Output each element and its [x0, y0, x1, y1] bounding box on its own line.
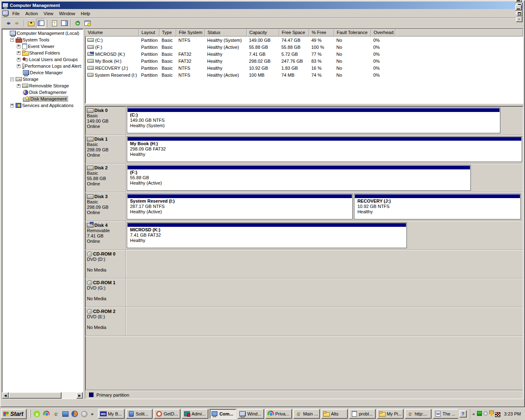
- window-settings-button[interactable]: [83, 19, 92, 28]
- show-action-pane-button[interactable]: [59, 19, 69, 28]
- partition-microsd-k[interactable]: MICROSD (K:)7.41 GB FAT32Healthy: [127, 222, 407, 248]
- disk-label[interactable]: Disk 0Basic149.00 GBOnline: [85, 106, 126, 135]
- tree-expand-toggle[interactable]: +: [17, 58, 21, 62]
- start-button[interactable]: Start: [1, 409, 27, 419]
- disk-label[interactable]: CD-ROM 0DVD (D:)No Media: [85, 250, 126, 278]
- disk-label[interactable]: CD-ROM 2DVD (E:)No Media: [85, 307, 126, 336]
- tree-item-disk-defragmenter[interactable]: Disk Defragmenter: [3, 89, 83, 96]
- disk-label[interactable]: Disk 3Basic298.09 GBOnline: [85, 192, 126, 221]
- taskbar-button-admi[interactable]: Admi...: [182, 409, 208, 419]
- taskbar-button-solit[interactable]: Solit...: [126, 409, 153, 419]
- tree-item-shared-folders[interactable]: +Shared Folders: [3, 50, 83, 56]
- tray-chevron-icon[interactable]: «: [472, 411, 475, 416]
- menu-help[interactable]: Help: [78, 10, 93, 17]
- forward-button[interactable]: [13, 19, 22, 28]
- disk-label[interactable]: Disk 1Basic298.09 GBOnline: [85, 135, 126, 163]
- taskbar-button-wind[interactable]: Wind...: [237, 409, 264, 419]
- tree-item-local-users-and-groups[interactable]: +Local Users and Groups: [3, 56, 83, 63]
- taskbar-button-my-pi[interactable]: My Pi...: [377, 409, 404, 419]
- show-hide-console-tree-button[interactable]: [36, 19, 46, 28]
- scrollbar-thumb[interactable]: [9, 392, 62, 399]
- toolbar-grip[interactable]: [30, 410, 31, 418]
- taskbar-button-main[interactable]: eMain ...: [293, 409, 320, 419]
- tree-item-computer-management-local[interactable]: Computer Management (Local): [3, 30, 83, 37]
- mdi-minimize-button[interactable]: [515, 5, 522, 11]
- menu-view[interactable]: View: [41, 10, 56, 17]
- disk-label[interactable]: CD-ROM 1DVD (G:)No Media: [85, 278, 126, 307]
- up-one-level-button[interactable]: [26, 19, 36, 28]
- back-button[interactable]: [3, 19, 12, 28]
- tree-item-removable-storage[interactable]: +Removable Storage: [3, 82, 83, 89]
- column-header-volume[interactable]: Volume: [85, 29, 139, 37]
- column-header-capacity[interactable]: Capacity: [247, 29, 279, 37]
- tree-expand-toggle[interactable]: +: [17, 45, 21, 48]
- chrome-quicklaunch-button[interactable]: [42, 410, 51, 418]
- column-header--free[interactable]: % Free: [309, 29, 334, 37]
- tree-item-disk-management[interactable]: Disk Management: [3, 96, 83, 102]
- tray-shield-icon[interactable]: [489, 411, 494, 416]
- refresh-button[interactable]: [73, 19, 82, 28]
- help-tray-button[interactable]: ?: [459, 410, 467, 418]
- partition-f[interactable]: (F:)55.88 GBHealthy (Active): [127, 165, 471, 191]
- disk-label[interactable]: Disk 4Removable7.41 GBOnline: [85, 221, 126, 249]
- tray-green-icon[interactable]: [477, 411, 482, 416]
- disk-label[interactable]: Disk 2Basic55.88 GBOnline: [85, 164, 126, 192]
- tree-expand-toggle[interactable]: +: [17, 51, 21, 55]
- tray-flag-icon[interactable]: V: [495, 412, 500, 417]
- utorrent-quicklaunch-button[interactable]: µ: [33, 410, 41, 418]
- taskbar-button-getd[interactable]: GetD...: [154, 409, 180, 419]
- taskbar-button-com[interactable]: Com...: [210, 409, 236, 419]
- globe-gray-quicklaunch-button[interactable]: [80, 410, 89, 418]
- mdi-restore-button[interactable]: [516, 11, 523, 16]
- partition-recovery-j[interactable]: RECOVERY (J:)10.92 GB NTFSHealthy: [354, 194, 521, 219]
- tree-item-services-and-applications[interactable]: +Services and Applications: [3, 102, 83, 109]
- column-header-file-system[interactable]: File System: [176, 29, 205, 37]
- volume-row[interactable]: MICROSD (K:)PartitionBasicFAT32Healthy7.…: [85, 50, 523, 57]
- menu-file[interactable]: File: [9, 10, 23, 17]
- scroll-right-button[interactable]: ▶: [76, 392, 83, 399]
- menu-window[interactable]: Window: [56, 10, 78, 17]
- volume-row[interactable]: System Reserved (I:)PartitionBasicNTFSHe…: [85, 71, 523, 78]
- tree-expand-toggle[interactable]: +: [10, 104, 14, 107]
- column-header-free-space[interactable]: Free Space: [279, 29, 309, 37]
- tree-horizontal-scrollbar[interactable]: ◀ ▶: [2, 392, 83, 399]
- firefox-quicklaunch-button[interactable]: [71, 410, 79, 418]
- taskbar-button-priva[interactable]: Priva...: [265, 409, 292, 419]
- tree-expand-toggle[interactable]: -: [10, 38, 14, 42]
- taskbar-button-probl[interactable]: probl...: [349, 409, 376, 419]
- menu-action[interactable]: Action: [23, 10, 41, 17]
- volume-row[interactable]: (F:)PartitionBasicHealthy (Active)55.88 …: [85, 43, 523, 50]
- partition-c[interactable]: (C:)149.00 GB NTFSHealthy (System): [127, 107, 500, 133]
- partition-system-reserved-i[interactable]: System Reserved (I:)287.17 GB NTFSHealth…: [127, 194, 353, 219]
- taskbar-button-http[interactable]: ehttp:...: [405, 409, 431, 419]
- volume-row[interactable]: RECOVERY (J:)PartitionBasicNTFSHealthy10…: [85, 64, 523, 71]
- properties-button[interactable]: ?: [50, 19, 59, 28]
- tree-item-event-viewer[interactable]: +Event Viewer: [3, 43, 83, 50]
- mdi-close-button[interactable]: ×: [516, 16, 523, 22]
- column-header-layout[interactable]: Layout: [139, 29, 160, 37]
- taskbar-button-my-b[interactable]: WDMy B...: [98, 409, 125, 419]
- quick-launch-overflow-chevron[interactable]: »: [89, 410, 95, 418]
- partition-my-book-h[interactable]: My Book (H:)298.09 GB FAT32Healthy: [127, 136, 522, 162]
- tree-item-system-tools[interactable]: -System Tools: [3, 37, 83, 43]
- column-header-status[interactable]: Status: [205, 29, 247, 37]
- clock[interactable]: 3:23 PM: [502, 411, 521, 416]
- internet-explorer-quicklaunch-button[interactable]: e: [52, 410, 60, 418]
- tree-item-storage[interactable]: -Storage: [3, 76, 83, 82]
- volume-row[interactable]: My Book (H:)PartitionBasicFAT32Healthy29…: [85, 57, 523, 64]
- tree-item-device-manager[interactable]: Device Manager: [3, 69, 83, 76]
- taskbar-button-alts[interactable]: Alts: [321, 409, 348, 419]
- volume-row[interactable]: (C:)PartitionBasicNTFSHealthy (System)14…: [85, 37, 523, 43]
- tray-ring-icon[interactable]: [483, 411, 488, 416]
- scroll-left-button[interactable]: ◀: [2, 392, 9, 399]
- tree-expand-toggle[interactable]: +: [17, 64, 21, 68]
- scrollbar-track[interactable]: [9, 392, 76, 399]
- tree-expand-toggle[interactable]: -: [10, 78, 14, 81]
- column-header-fault-tolerance[interactable]: Fault Tolerance: [334, 29, 371, 37]
- taskbar-button-the[interactable]: WThe ...: [433, 409, 458, 419]
- app-blue-quicklaunch-button[interactable]: [61, 410, 70, 418]
- title-bar[interactable]: Computer Management ×: [2, 2, 523, 9]
- column-header-type[interactable]: Type: [160, 29, 176, 37]
- column-header-overhead[interactable]: Overhead: [371, 29, 395, 37]
- tree-expand-toggle[interactable]: +: [17, 84, 21, 88]
